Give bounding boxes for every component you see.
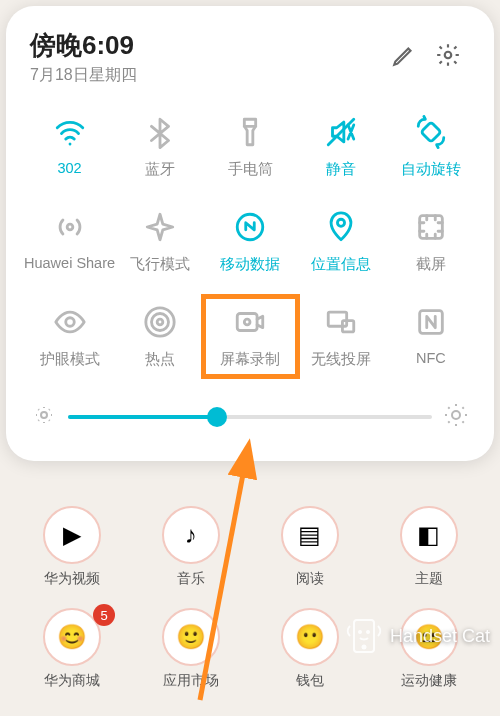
app-label: 阅读 — [296, 570, 324, 588]
tile-flashlight[interactable]: 手电筒 — [205, 108, 295, 185]
tile-hotspot[interactable]: 热点 — [115, 298, 205, 375]
hotspot-icon — [143, 304, 177, 340]
app-4[interactable]: 😊华为商城5 — [12, 608, 131, 690]
tile-label: 302 — [57, 160, 81, 176]
app-label: 音乐 — [177, 570, 205, 588]
tile-mobile-data[interactable]: 移动数据 — [205, 203, 295, 280]
app-label: 钱包 — [296, 672, 324, 690]
svg-rect-1 — [245, 119, 256, 126]
datetime-block[interactable]: 傍晚6:09 7月18日星期四 — [30, 28, 382, 86]
app-label: 主题 — [415, 570, 443, 588]
huawei-share-icon — [53, 209, 87, 245]
svg-point-6 — [337, 219, 344, 226]
tile-screenshot[interactable]: 截屏 — [386, 203, 476, 280]
app-icon: 🙂 — [162, 608, 220, 666]
svg-point-4 — [67, 224, 73, 230]
tile-label: Huawei Share — [24, 255, 115, 271]
tile-wifi[interactable]: 302 — [24, 108, 115, 185]
tile-location[interactable]: 位置信息 — [296, 203, 386, 280]
tile-huawei-share[interactable]: Huawei Share — [24, 203, 115, 280]
svg-point-23 — [359, 631, 361, 633]
tile-bluetooth[interactable]: 蓝牙 — [115, 108, 205, 185]
notification-panel: 傍晚6:09 7月18日星期四 302蓝牙手电筒静音自动旋转Huawei Sha… — [6, 6, 494, 461]
brightness-high-icon — [444, 403, 468, 431]
brightness-low-icon — [32, 403, 56, 431]
airplane-mode-icon — [143, 209, 177, 245]
watermark-text: Handset Cat — [390, 626, 490, 647]
tile-airplane-mode[interactable]: 飞行模式 — [115, 203, 205, 280]
tile-screen-record[interactable]: 屏幕录制 — [205, 298, 295, 375]
svg-point-13 — [245, 319, 251, 325]
svg-point-10 — [152, 314, 169, 331]
tile-label: NFC — [416, 350, 446, 366]
app-icon: ▤ — [281, 506, 339, 564]
tile-label: 位置信息 — [311, 255, 371, 274]
tile-wireless-projection[interactable]: 无线投屏 — [296, 298, 386, 375]
svg-point-18 — [452, 411, 460, 419]
app-1[interactable]: ♪音乐 — [131, 506, 250, 588]
svg-rect-3 — [421, 122, 441, 142]
tile-label: 屏幕录制 — [220, 350, 280, 369]
tile-label: 无线投屏 — [311, 350, 371, 369]
wireless-projection-icon — [324, 304, 358, 340]
eye-comfort-icon — [53, 304, 87, 340]
tile-auto-rotate[interactable]: 自动旋转 — [386, 108, 476, 185]
app-3[interactable]: ◧主题 — [369, 506, 488, 588]
app-2[interactable]: ▤阅读 — [250, 506, 369, 588]
tile-label: 飞行模式 — [130, 255, 190, 274]
tile-label: 移动数据 — [220, 255, 280, 274]
svg-point-24 — [367, 631, 369, 633]
screenshot-icon — [414, 209, 448, 245]
svg-point-9 — [157, 319, 163, 325]
svg-point-22 — [362, 646, 365, 649]
watermark: Handset Cat — [344, 616, 490, 656]
app-5[interactable]: 🙂应用市场 — [131, 608, 250, 690]
svg-rect-12 — [238, 314, 258, 331]
badge: 5 — [93, 604, 115, 626]
app-icon: 😶 — [281, 608, 339, 666]
screen-record-icon — [233, 304, 267, 340]
app-icon: ◧ — [400, 506, 458, 564]
panel-header: 傍晚6:09 7月18日星期四 — [24, 24, 476, 96]
quick-settings-grid: 302蓝牙手电筒静音自动旋转Huawei Share飞行模式移动数据位置信息截屏… — [24, 96, 476, 375]
tile-label: 手电筒 — [228, 160, 273, 179]
app-label: 运动健康 — [401, 672, 457, 690]
mute-icon — [324, 114, 358, 150]
svg-point-17 — [41, 412, 47, 418]
tile-mute[interactable]: 静音 — [296, 108, 386, 185]
svg-point-8 — [65, 318, 74, 327]
auto-rotate-icon — [414, 114, 448, 150]
date-text: 7月18日星期四 — [30, 65, 382, 86]
svg-rect-7 — [420, 216, 443, 239]
tile-nfc[interactable]: NFC — [386, 298, 476, 375]
tile-label: 截屏 — [416, 255, 446, 274]
bluetooth-icon — [143, 114, 177, 150]
time-text: 傍晚6:09 — [30, 28, 382, 63]
svg-point-0 — [445, 52, 452, 59]
app-icon: ▶ — [43, 506, 101, 564]
location-icon — [324, 209, 358, 245]
app-label: 华为视频 — [44, 570, 100, 588]
nfc-icon — [414, 304, 448, 340]
tile-label: 热点 — [145, 350, 175, 369]
app-icon: 😊 — [43, 608, 101, 666]
app-icon: ♪ — [162, 506, 220, 564]
brightness-row — [24, 375, 476, 437]
mobile-data-icon — [233, 209, 267, 245]
tile-eye-comfort[interactable]: 护眼模式 — [24, 298, 115, 375]
tile-label: 静音 — [326, 160, 356, 179]
brightness-slider[interactable] — [68, 415, 432, 419]
app-label: 华为商城 — [44, 672, 100, 690]
app-0[interactable]: ▶华为视频 — [12, 506, 131, 588]
tile-label: 自动旋转 — [401, 160, 461, 179]
edit-icon[interactable] — [382, 42, 426, 72]
app-label: 应用市场 — [163, 672, 219, 690]
flashlight-icon — [233, 114, 267, 150]
wifi-icon — [53, 114, 87, 150]
tile-label: 蓝牙 — [145, 160, 175, 179]
settings-icon[interactable] — [426, 42, 470, 72]
tile-label: 护眼模式 — [40, 350, 100, 369]
